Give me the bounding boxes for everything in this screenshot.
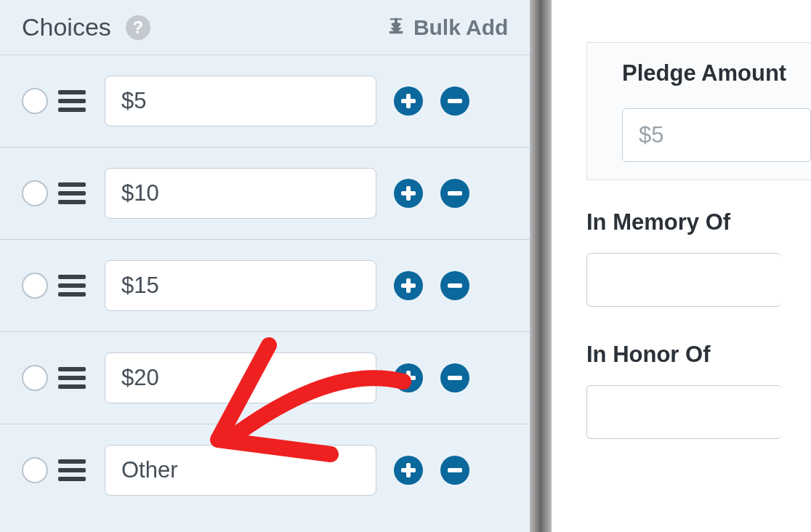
choice-row — [0, 147, 530, 239]
choice-input[interactable] — [105, 445, 376, 496]
in-memory-of-input[interactable] — [586, 253, 781, 307]
choices-editor-panel: Choices ? Bulk Add — [0, 0, 530, 532]
choice-row — [0, 331, 530, 424]
choice-row — [0, 55, 530, 147]
choice-input[interactable] — [105, 352, 376, 403]
choices-header: Choices ? Bulk Add — [0, 0, 530, 55]
download-icon — [386, 17, 406, 38]
default-radio[interactable] — [22, 180, 48, 206]
default-radio[interactable] — [22, 365, 48, 391]
form-preview-panel: Pledge Amount $5 In Memory Of In Honor O… — [552, 0, 811, 532]
svg-rect-0 — [390, 31, 403, 33]
panel-divider — [530, 0, 552, 532]
default-radio[interactable] — [22, 273, 48, 299]
drag-handle-icon[interactable] — [58, 86, 86, 116]
remove-choice-button[interactable] — [440, 363, 469, 392]
choice-input[interactable] — [105, 168, 376, 219]
choice-input[interactable] — [105, 76, 376, 126]
pledge-amount-label: Pledge Amount — [609, 60, 811, 86]
drag-handle-icon[interactable] — [58, 178, 86, 209]
choice-row — [0, 424, 530, 516]
choice-row — [0, 239, 530, 331]
drag-handle-icon[interactable] — [58, 363, 86, 393]
add-choice-button[interactable] — [394, 179, 423, 208]
in-memory-of-label: In Memory Of — [586, 209, 811, 235]
add-choice-button[interactable] — [394, 363, 423, 392]
pledge-amount-select[interactable]: $5 — [622, 108, 811, 162]
default-radio[interactable] — [22, 457, 48, 483]
in-honor-of-input[interactable] — [586, 385, 781, 439]
drag-handle-icon[interactable] — [58, 270, 86, 301]
add-choice-button[interactable] — [394, 271, 423, 300]
pledge-amount-card: Pledge Amount $5 — [586, 42, 811, 180]
remove-choice-button[interactable] — [440, 179, 469, 208]
remove-choice-button[interactable] — [440, 271, 469, 300]
bulk-add-label: Bulk Add — [413, 15, 509, 40]
drag-handle-icon[interactable] — [58, 455, 86, 485]
help-icon[interactable]: ? — [126, 15, 150, 40]
remove-choice-button[interactable] — [440, 86, 469, 116]
choice-input[interactable] — [105, 260, 376, 311]
bulk-add-button[interactable]: Bulk Add — [386, 15, 509, 40]
add-choice-button[interactable] — [394, 86, 423, 116]
in-honor-of-label: In Honor Of — [586, 342, 811, 368]
remove-choice-button[interactable] — [440, 456, 469, 485]
choices-title: Choices — [22, 13, 111, 41]
default-radio[interactable] — [22, 88, 48, 114]
add-choice-button[interactable] — [394, 456, 423, 485]
